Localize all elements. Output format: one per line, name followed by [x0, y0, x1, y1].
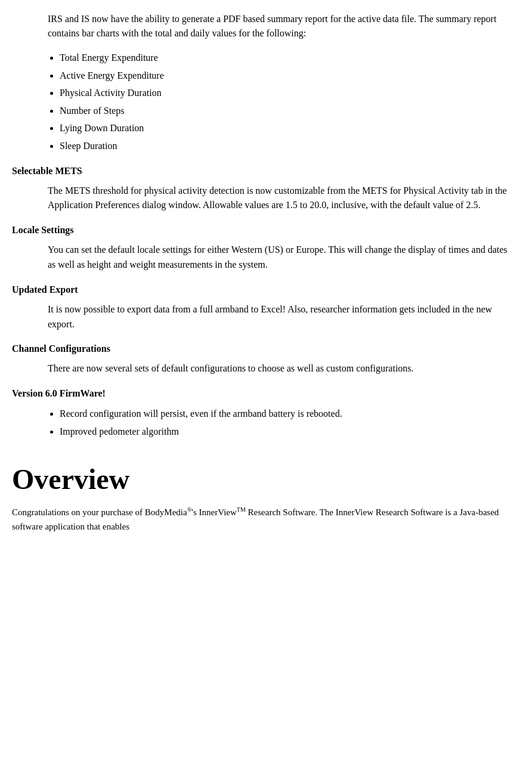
overview-heading: Overview	[12, 463, 508, 496]
overview-section: Overview Congratulations on your purchas…	[12, 463, 508, 534]
section-heading: Selectable METS	[12, 166, 508, 177]
section-block: Version 6.0 FirmWare!Record configuratio…	[12, 388, 508, 439]
intro-paragraph: IRS and IS now have the ability to gener…	[48, 12, 508, 41]
section-block: Updated ExportIt is now possible to expo…	[12, 284, 508, 332]
list-item: Improved pedometer algorithm	[60, 424, 508, 439]
list-item: Lying Down Duration	[60, 120, 508, 136]
list-item: Record configuration will persist, even …	[60, 406, 508, 422]
section-block: Channel ConfigurationsThere are now seve…	[12, 343, 508, 376]
firmware-bullet-list: Record configuration will persist, even …	[60, 406, 508, 439]
section-body: You can set the default locale settings …	[48, 243, 508, 273]
section-body: It is now possible to export data from a…	[48, 302, 508, 332]
list-item: Number of Steps	[60, 103, 508, 119]
content-area: IRS and IS now have the ability to gener…	[12, 12, 508, 534]
section-block: Locale SettingsYou can set the default l…	[12, 225, 508, 273]
overview-paragraph: Congratulations on your purchase of Body…	[12, 505, 508, 534]
sections-container: Selectable METSThe METS threshold for ph…	[12, 166, 508, 439]
section-body: There are now several sets of default co…	[48, 361, 508, 376]
list-item: Physical Activity Duration	[60, 85, 508, 101]
section-block: Selectable METSThe METS threshold for ph…	[12, 166, 508, 213]
section-body: The METS threshold for physical activity…	[48, 184, 508, 213]
section-heading: Locale Settings	[12, 225, 508, 236]
list-item: Total Energy Expenditure	[60, 50, 508, 66]
section-heading: Version 6.0 FirmWare!	[12, 388, 508, 399]
list-item: Active Energy Expenditure	[60, 68, 508, 83]
section-heading: Updated Export	[12, 284, 508, 295]
section-heading: Channel Configurations	[12, 343, 508, 354]
list-item: Sleep Duration	[60, 138, 508, 154]
main-bullet-list: Total Energy ExpenditureActive Energy Ex…	[60, 50, 508, 154]
